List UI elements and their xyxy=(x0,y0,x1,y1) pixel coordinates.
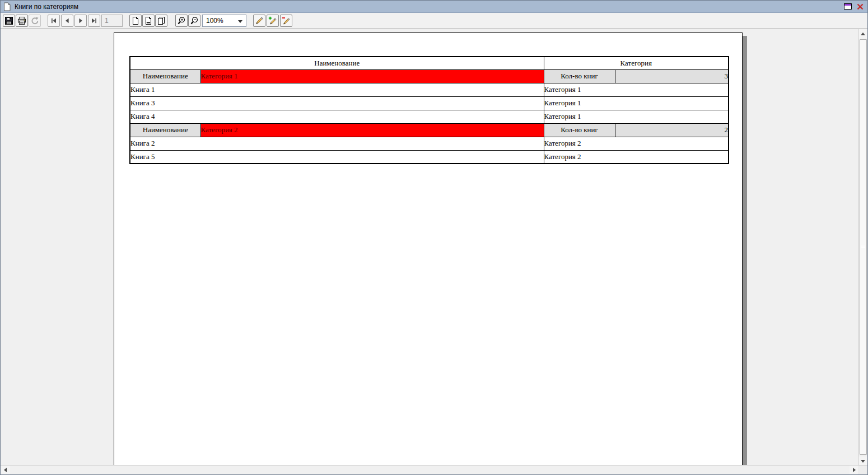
column-header-category: Категория xyxy=(544,57,729,69)
vertical-scrollbar-thumb[interactable] xyxy=(860,39,867,455)
maximize-button[interactable] xyxy=(844,3,852,10)
scroll-right-icon xyxy=(853,468,856,472)
prev-page-button[interactable] xyxy=(61,15,73,27)
report-cell-name: Книга 4 xyxy=(130,110,544,123)
zoom-in-icon xyxy=(177,16,186,25)
edit-page-icon xyxy=(255,16,264,25)
whole-page-icon xyxy=(131,16,140,25)
report-row: Книга 5Категория 2 xyxy=(130,150,729,164)
scrollbar-grip-icon xyxy=(861,245,865,248)
report-cell-category: Категория 1 xyxy=(544,110,729,123)
scroll-up-button[interactable] xyxy=(858,29,867,39)
close-icon xyxy=(857,3,864,10)
scroll-left-icon xyxy=(4,468,7,472)
column-header-name: Наименование xyxy=(130,57,544,69)
preview-area: НаименованиеКатегорияНаименованиеКатегор… xyxy=(1,29,859,466)
page-width-icon xyxy=(144,16,153,25)
zoom-out-icon xyxy=(190,16,199,25)
title-bar: Книги по категориям xyxy=(1,1,867,13)
prev-page-icon xyxy=(64,17,71,24)
report-table: НаименованиеКатегорияНаименованиеКатегор… xyxy=(129,56,729,164)
report-cell-name: Книга 3 xyxy=(130,96,544,110)
report-cell-category: Категория 1 xyxy=(544,83,729,96)
edit-page-button[interactable] xyxy=(253,15,265,27)
last-page-icon xyxy=(91,17,97,24)
group-header-row: НаименованиеКатегория 1Кол-во книг3 xyxy=(130,69,729,83)
last-page-button[interactable] xyxy=(88,15,100,27)
report-row: Книга 2Категория 2 xyxy=(130,137,729,150)
zoom-value: 100% xyxy=(206,17,223,25)
group-band-label: Наименование xyxy=(130,123,200,137)
save-button[interactable] xyxy=(3,15,15,27)
report-cell-category: Категория 2 xyxy=(544,150,729,164)
zoom-in-button[interactable] xyxy=(175,15,188,27)
maximize-icon xyxy=(844,3,852,10)
report-row: Книга 3Категория 1 xyxy=(130,96,729,110)
document-icon xyxy=(3,2,11,11)
add-page-button[interactable] xyxy=(267,15,279,27)
whole-page-button[interactable] xyxy=(129,15,142,27)
report-page: НаименованиеКатегорияНаименованиеКатегор… xyxy=(114,32,743,466)
page-width-button[interactable] xyxy=(142,15,155,27)
preview-window: Книги по категориям xyxy=(0,0,868,475)
column-header-row: НаименованиеКатегория xyxy=(130,57,729,69)
two-pages-icon xyxy=(157,16,166,25)
scroll-up-icon xyxy=(861,32,865,35)
chevron-down-icon xyxy=(238,20,242,23)
close-button[interactable] xyxy=(857,3,864,10)
zoom-select[interactable]: 100% xyxy=(202,15,246,27)
print-icon xyxy=(17,16,26,25)
delete-page-button[interactable] xyxy=(280,15,292,27)
scroll-left-button[interactable] xyxy=(1,465,10,474)
group-count-label: Кол-во книг xyxy=(544,123,615,137)
next-page-button[interactable] xyxy=(74,15,87,27)
page-shadow xyxy=(743,36,747,466)
horizontal-scrollbar[interactable] xyxy=(1,465,859,474)
scroll-down-icon xyxy=(861,460,865,463)
print-button[interactable] xyxy=(16,15,28,27)
window-title: Книги по категориям xyxy=(15,3,78,11)
window-controls xyxy=(844,3,865,10)
scrollbar-corner xyxy=(858,465,867,474)
vertical-scrollbar[interactable] xyxy=(858,29,867,466)
report-cell-name: Книга 2 xyxy=(130,137,544,150)
group-band-label: Наименование xyxy=(130,69,200,83)
report-cell-category: Категория 1 xyxy=(544,96,729,110)
group-count-value: 3 xyxy=(615,69,729,83)
zoom-out-button[interactable] xyxy=(188,15,200,27)
report-cell-name: Книга 5 xyxy=(130,150,544,164)
first-page-button[interactable] xyxy=(48,15,60,27)
group-band-value: Категория 1 xyxy=(200,69,544,83)
report-cell-category: Категория 2 xyxy=(544,137,729,150)
first-page-icon xyxy=(50,17,57,24)
next-page-icon xyxy=(77,17,84,24)
group-count-label: Кол-во книг xyxy=(544,69,615,83)
report-row: Книга 1Категория 1 xyxy=(130,83,729,96)
group-band-value: Категория 2 xyxy=(200,123,544,137)
add-page-icon xyxy=(268,16,277,25)
save-icon xyxy=(4,16,13,25)
group-header-row: НаименованиеКатегория 2Кол-во книг2 xyxy=(130,123,729,137)
page-number-input[interactable] xyxy=(101,15,123,27)
toolbar: 100% xyxy=(1,13,867,29)
two-pages-button[interactable] xyxy=(155,15,167,27)
delete-page-icon xyxy=(282,16,291,25)
group-count-value: 2 xyxy=(615,123,729,137)
refresh-icon xyxy=(30,16,39,25)
refresh-button[interactable] xyxy=(29,15,41,27)
report-cell-name: Книга 1 xyxy=(130,83,544,96)
report-row: Книга 4Категория 1 xyxy=(130,110,729,123)
